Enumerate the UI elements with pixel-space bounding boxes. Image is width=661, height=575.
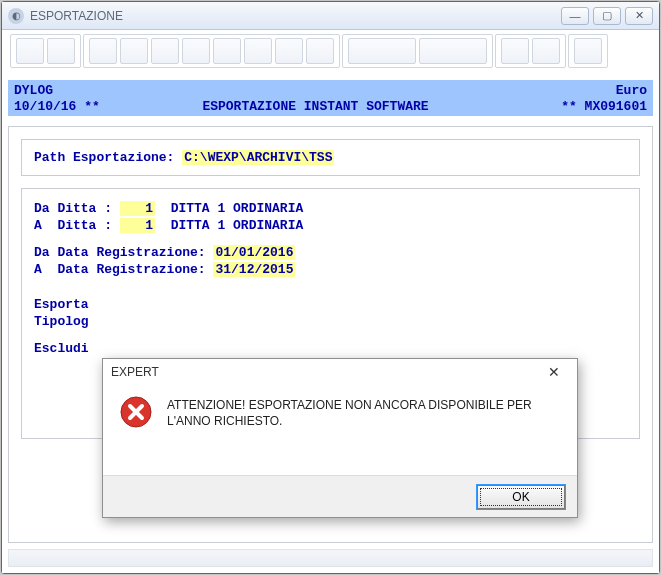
toolbar-button[interactable]	[213, 38, 241, 64]
toolbar-button[interactable]	[501, 38, 529, 64]
a-ditta-row: A Ditta : 1 DITTA 1 ORDINARIA	[34, 218, 627, 233]
da-data-input[interactable]: 01/01/2016	[213, 245, 295, 260]
da-data-row: Da Data Registrazione: 01/01/2016	[34, 245, 627, 260]
dialog-message: ATTENZIONE! ESPORTAZIONE NON ANCORA DISP…	[167, 395, 561, 465]
toolbar-group-3	[342, 34, 493, 68]
banner-currency: Euro	[497, 83, 647, 98]
toolbar-group-4	[495, 34, 566, 68]
esporta-row: Esporta	[34, 297, 627, 312]
toolbar-button[interactable]	[574, 38, 602, 64]
window-body: DYLOG Euro 10/10/16 ** ESPORTAZIONE INST…	[2, 30, 659, 573]
ok-button[interactable]: OK	[477, 485, 565, 509]
toolbar-group-5	[568, 34, 608, 68]
dialog-footer: OK	[103, 475, 577, 517]
toolbar-button[interactable]	[532, 38, 560, 64]
error-icon	[119, 395, 153, 429]
toolbar-button[interactable]	[47, 38, 75, 64]
toolbar-button[interactable]	[151, 38, 179, 64]
da-ditta-name: DITTA 1 ORDINARIA	[155, 201, 303, 216]
dialog-body: ATTENZIONE! ESPORTAZIONE NON ANCORA DISP…	[103, 385, 577, 475]
titlebar: ◐ ESPORTAZIONE — ▢ ✕	[2, 2, 659, 30]
toolbar-button[interactable]	[419, 38, 487, 64]
tipolog-row: Tipolog	[34, 314, 627, 329]
a-ditta-name: DITTA 1 ORDINARIA	[155, 218, 303, 233]
dialog-close-button[interactable]: ✕	[539, 361, 569, 383]
toolbar-group-1	[10, 34, 81, 68]
da-ditta-input[interactable]: 1	[120, 201, 155, 216]
error-dialog: EXPERT ✕ ATTENZIONE! ESPORTAZIONE NON AN…	[102, 358, 578, 518]
toolbar-button[interactable]	[89, 38, 117, 64]
da-ditta-row: Da Ditta : 1 DITTA 1 ORDINARIA	[34, 201, 627, 216]
a-data-row: A Data Registrazione: 31/12/2015	[34, 262, 627, 277]
a-ditta-label: A Ditta :	[34, 218, 120, 233]
dialog-title: EXPERT	[111, 365, 539, 379]
banner-date: 10/10/16 **	[14, 99, 134, 114]
toolbar-button[interactable]	[120, 38, 148, 64]
toolbar-button[interactable]	[348, 38, 416, 64]
a-data-input[interactable]: 31/12/2015	[213, 262, 295, 277]
path-label: Path Esportazione:	[34, 150, 182, 165]
toolbar-button[interactable]	[182, 38, 210, 64]
dialog-titlebar: EXPERT ✕	[103, 359, 577, 385]
banner-title: ESPORTAZIONE INSTANT SOFTWARE	[134, 99, 497, 114]
banner-code: ** MX091601	[497, 99, 647, 114]
window-controls: — ▢ ✕	[561, 7, 653, 25]
status-bar	[8, 549, 653, 567]
toolbar-button[interactable]	[244, 38, 272, 64]
minimize-button[interactable]: —	[561, 7, 589, 25]
toolbar-button[interactable]	[275, 38, 303, 64]
close-window-button[interactable]: ✕	[625, 7, 653, 25]
a-data-label: A Data Registrazione:	[34, 262, 213, 277]
toolbar-button[interactable]	[16, 38, 44, 64]
maximize-button[interactable]: ▢	[593, 7, 621, 25]
escludi-row: Escludi	[34, 341, 627, 356]
da-data-label: Da Data Registrazione:	[34, 245, 213, 260]
toolbar-button[interactable]	[306, 38, 334, 64]
da-ditta-label: Da Ditta :	[34, 201, 120, 216]
toolbar-group-2	[83, 34, 340, 68]
path-export-input[interactable]: C:\WEXP\ARCHIVI\TSS	[182, 150, 334, 165]
window-title: ESPORTAZIONE	[30, 9, 561, 23]
banner-company: DYLOG	[14, 83, 134, 98]
path-fieldset: Path Esportazione: C:\WEXP\ARCHIVI\TSS	[21, 139, 640, 176]
app-icon: ◐	[8, 8, 24, 24]
banner: DYLOG Euro 10/10/16 ** ESPORTAZIONE INST…	[8, 80, 653, 116]
main-window: ◐ ESPORTAZIONE — ▢ ✕	[1, 1, 660, 574]
toolbar	[8, 30, 653, 70]
a-ditta-input[interactable]: 1	[120, 218, 155, 233]
